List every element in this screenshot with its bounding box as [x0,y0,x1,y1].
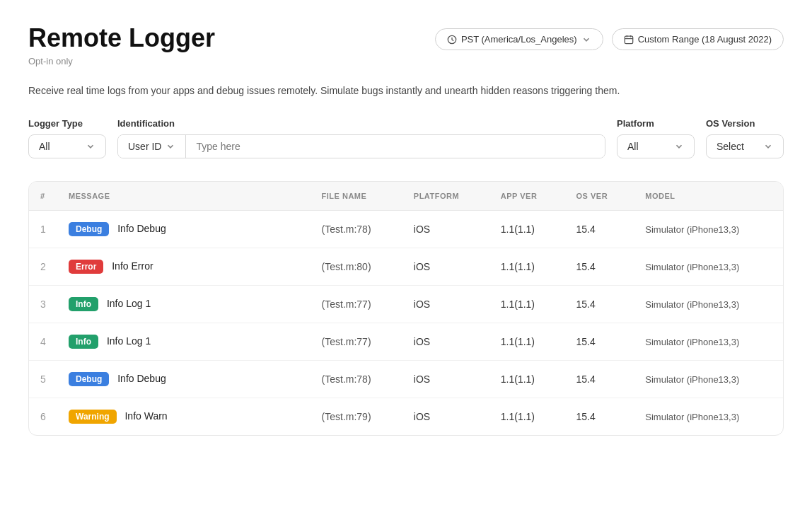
row-appver: 1.1(1.1) [489,286,565,323]
table-row: 4 Info Info Log 1 (Test.m:77) iOS 1.1(1.… [29,323,783,361]
row-message: Debug Info Debug [57,361,311,398]
logger-type-label: Logger Type [28,118,106,129]
identification-input[interactable] [186,135,605,158]
row-platform: iOS [402,361,489,398]
svg-rect-1 [625,36,632,44]
platform-group: Platform All [617,118,695,158]
row-appver: 1.1(1.1) [489,211,565,248]
row-appver: 1.1(1.1) [489,361,565,398]
row-osver: 15.4 [565,398,634,436]
row-platform: iOS [402,248,489,286]
badge-info: Info [69,297,98,311]
row-message: Debug Info Debug [57,211,311,248]
row-num: 5 [29,361,57,398]
badge-debug: Debug [69,222,109,236]
row-num: 1 [29,211,57,248]
chevron-down-icon [86,141,95,151]
logger-type-value: All [39,141,50,152]
message-text: Info Log 1 [107,335,151,347]
row-num: 4 [29,323,57,361]
row-model: Simulator (iPhone13,3) [634,398,783,436]
logs-table-container: # MESSAGE FILE NAME PLATFORM APP VER OS … [28,181,784,436]
row-osver: 15.4 [565,361,634,398]
row-filename: (Test.m:80) [311,248,402,286]
os-version-label: OS Version [706,118,784,129]
chevron-down-icon [763,141,773,151]
platform-select[interactable]: All [617,134,695,158]
daterange-label: Custom Range (18 August 2022) [638,34,772,45]
message-text: Info Warn [124,410,167,422]
logs-table: # MESSAGE FILE NAME PLATFORM APP VER OS … [29,182,783,435]
row-model: Simulator (iPhone13,3) [634,361,783,398]
badge-info: Info [69,335,98,349]
id-type-select[interactable]: User ID [118,135,186,158]
page-subtitle: Opt-in only [28,56,215,66]
col-platform: PLATFORM [402,182,489,211]
row-appver: 1.1(1.1) [489,398,565,436]
table-row: 2 Error Info Error (Test.m:80) iOS 1.1(1… [29,248,783,286]
identification-label: Identification [117,118,605,129]
row-num: 2 [29,248,57,286]
badge-debug: Debug [69,372,109,386]
table-row: 5 Debug Info Debug (Test.m:78) iOS 1.1(1… [29,361,783,398]
daterange-button[interactable]: Custom Range (18 August 2022) [612,28,784,50]
platform-label: Platform [617,118,695,129]
row-osver: 15.4 [565,211,634,248]
row-message: Info Info Log 1 [57,286,311,323]
logger-type-select[interactable]: All [28,134,106,158]
clock-icon [447,35,457,45]
message-text: Info Error [112,260,153,272]
row-platform: iOS [402,211,489,248]
platform-value: All [627,141,639,152]
id-type-value: User ID [128,141,161,152]
col-model: MODEL [634,182,783,211]
badge-warning: Warning [69,410,117,424]
row-platform: iOS [402,286,489,323]
table-row: 1 Debug Info Debug (Test.m:78) iOS 1.1(1… [29,211,783,248]
row-model: Simulator (iPhone13,3) [634,248,783,286]
row-appver: 1.1(1.1) [489,323,565,361]
row-num: 3 [29,286,57,323]
os-version-value: Select [717,141,744,152]
table-row: 3 Info Info Log 1 (Test.m:77) iOS 1.1(1.… [29,286,783,323]
row-osver: 15.4 [565,248,634,286]
os-version-select[interactable]: Select [706,134,784,158]
message-text: Info Log 1 [107,298,151,309]
row-message: Error Info Error [57,248,311,286]
row-osver: 15.4 [565,323,634,361]
message-text: Info Debug [117,223,166,234]
description-text: Receive real time logs from your apps an… [28,83,784,98]
chevron-down-icon [581,35,591,45]
row-filename: (Test.m:77) [311,286,402,323]
row-platform: iOS [402,323,489,361]
filters-section: Logger Type All Identification User ID P… [28,118,784,158]
identification-group: Identification User ID [117,118,605,158]
logger-type-group: Logger Type All [28,118,106,158]
row-num: 6 [29,398,57,436]
calendar-icon [624,35,634,45]
col-message: MESSAGE [57,182,311,211]
row-filename: (Test.m:78) [311,361,402,398]
row-message: Warning Info Warn [57,398,311,436]
table-row: 6 Warning Info Warn (Test.m:79) iOS 1.1(… [29,398,783,436]
row-platform: iOS [402,398,489,436]
row-osver: 15.4 [565,286,634,323]
identification-inner: User ID [117,134,605,158]
row-filename: (Test.m:77) [311,323,402,361]
page-title: Remote Logger [28,23,215,53]
col-filename: FILE NAME [311,182,402,211]
row-appver: 1.1(1.1) [489,248,565,286]
row-model: Simulator (iPhone13,3) [634,323,783,361]
chevron-down-icon [166,141,175,151]
timezone-button[interactable]: PST (America/Los_Angeles) [435,28,603,50]
row-model: Simulator (iPhone13,3) [634,286,783,323]
col-num: # [29,182,57,211]
badge-error: Error [69,260,103,274]
row-model: Simulator (iPhone13,3) [634,211,783,248]
col-osver: OS VER [565,182,634,211]
row-filename: (Test.m:78) [311,211,402,248]
row-filename: (Test.m:79) [311,398,402,436]
os-version-group: OS Version Select [706,118,784,158]
timezone-label: PST (America/Los_Angeles) [461,34,577,45]
row-message: Info Info Log 1 [57,323,311,361]
